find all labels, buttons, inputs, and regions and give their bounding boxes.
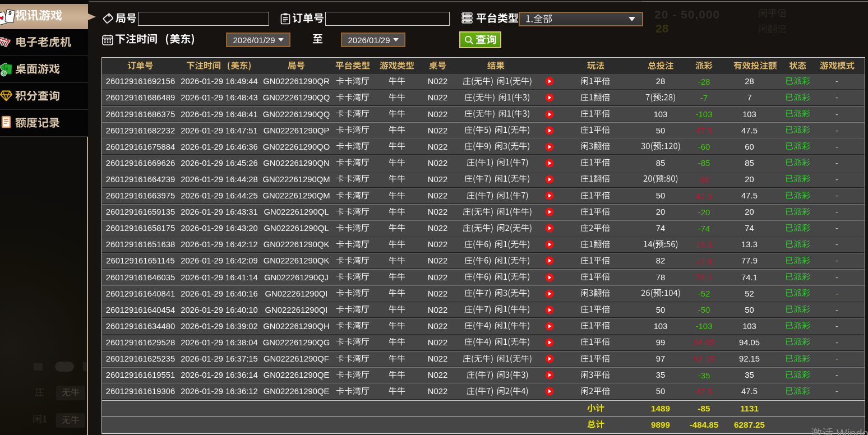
svg-text:7: 7 bbox=[4, 38, 10, 48]
